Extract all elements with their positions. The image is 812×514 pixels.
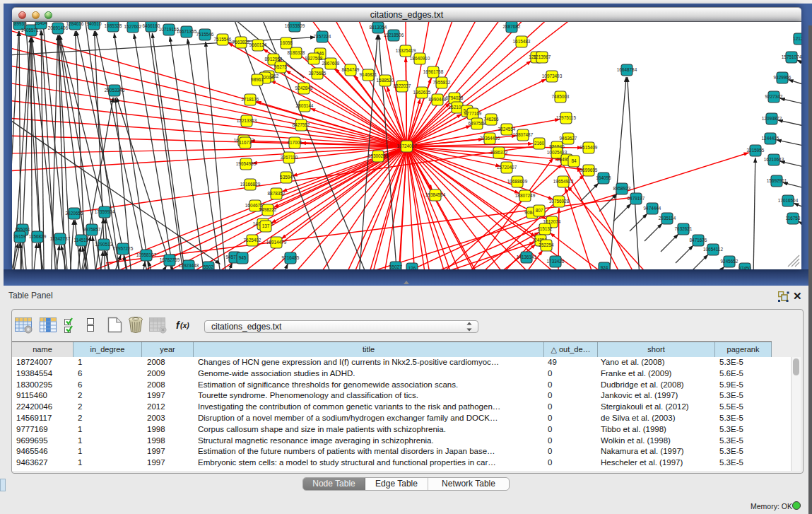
svg-text:17016504: 17016504	[778, 198, 799, 203]
svg-text:9716485: 9716485	[282, 255, 300, 260]
svg-text:15692901: 15692901	[767, 178, 787, 183]
svg-text:2020655: 2020655	[66, 211, 83, 216]
svg-text:84: 84	[571, 158, 577, 163]
svg-text:10973493: 10973493	[542, 74, 563, 78]
svg-text:1362615: 1362615	[413, 90, 431, 95]
svg-text:2867608: 2867608	[322, 61, 340, 66]
svg-text:8990448: 8990448	[429, 97, 447, 102]
svg-text:6497568: 6497568	[469, 121, 486, 126]
svg-text:9777169: 9777169	[464, 111, 482, 116]
svg-text:19166829: 19166829	[240, 182, 261, 187]
svg-text:16058: 16058	[280, 40, 293, 45]
svg-text:18640910: 18640910	[410, 56, 430, 61]
svg-text:6794028: 6794028	[446, 95, 464, 100]
svg-text:5502: 5502	[204, 264, 214, 269]
svg-text:9242848: 9242848	[295, 86, 313, 90]
svg-text:39159: 39159	[13, 234, 26, 239]
svg-text:1527602: 1527602	[124, 24, 142, 29]
svg-text:10958107: 10958107	[136, 252, 157, 257]
svg-text:10688609: 10688609	[507, 179, 528, 184]
svg-text:7625402: 7625402	[244, 238, 261, 243]
svg-text:16782759: 16782759	[160, 257, 180, 262]
svg-text:16033809: 16033809	[285, 23, 305, 28]
svg-text:16210643: 16210643	[764, 157, 784, 162]
svg-text:164095: 164095	[596, 175, 611, 180]
svg-text:19654985: 19654985	[236, 161, 257, 166]
svg-text:8993: 8993	[14, 22, 25, 26]
svg-text:9975857: 9975857	[83, 227, 101, 232]
svg-text:924: 924	[601, 265, 608, 269]
svg-text:252254: 252254	[539, 243, 554, 247]
svg-text:15720407: 15720407	[497, 165, 517, 170]
svg-text:7632621: 7632621	[675, 226, 693, 231]
svg-text:114519: 114519	[74, 238, 89, 243]
svg-text:12975115: 12975115	[556, 115, 576, 120]
svg-text:7357224: 7357224	[314, 34, 331, 39]
svg-text:2935114: 2935114	[659, 216, 676, 221]
svg-text:13325419: 13325419	[396, 48, 416, 53]
svg-text:5498222: 5498222	[259, 207, 277, 212]
svg-text:19654923: 19654923	[553, 179, 574, 184]
svg-text:6479197: 6479197	[628, 196, 645, 201]
svg-text:417006: 417006	[287, 140, 302, 145]
svg-text:9245652: 9245652	[721, 259, 739, 264]
svg-text:95275: 95275	[274, 64, 287, 69]
svg-text:12923448: 12923448	[179, 263, 199, 268]
svg-text:1213967: 1213967	[534, 54, 551, 59]
svg-text:12342737: 12342737	[50, 236, 71, 241]
svg-text:8912954: 8912954	[265, 57, 283, 62]
svg-text:9146821: 9146821	[360, 72, 377, 77]
svg-text:16671355: 16671355	[177, 29, 197, 34]
svg-text:3267110: 3267110	[281, 155, 298, 160]
svg-text:2887682: 2887682	[503, 24, 521, 29]
svg-text:2803144: 2803144	[296, 103, 314, 108]
svg-text:1284616: 1284616	[66, 22, 84, 26]
svg-text:10807487: 10807487	[513, 132, 534, 137]
svg-text:7663822: 7663822	[233, 40, 250, 45]
svg-text:19218506: 19218506	[384, 33, 404, 37]
svg-text:18300295: 18300295	[368, 153, 389, 158]
svg-text:15751074: 15751074	[782, 54, 801, 59]
svg-text:807: 807	[536, 208, 543, 213]
svg-text:1244415: 1244415	[762, 136, 779, 141]
svg-text:8813054: 8813054	[370, 25, 387, 30]
svg-text:3875685: 3875685	[309, 71, 326, 76]
svg-text:16961758: 16961758	[423, 69, 444, 74]
svg-text:9474444: 9474444	[644, 206, 661, 211]
svg-text:1733426: 1733426	[547, 259, 565, 264]
svg-text:9227342: 9227342	[765, 94, 783, 99]
svg-text:9699695: 9699695	[580, 168, 598, 173]
svg-text:55027: 55027	[389, 264, 402, 269]
svg-text:126: 126	[408, 266, 416, 269]
svg-text:14136141: 14136141	[517, 255, 537, 259]
svg-text:8322037: 8322037	[394, 83, 411, 88]
svg-text:8878352: 8878352	[268, 191, 286, 196]
svg-text:9327508: 9327508	[305, 56, 323, 61]
svg-text:8427552: 8427552	[293, 122, 310, 127]
svg-text:1588520: 1588520	[377, 78, 394, 83]
svg-text:1615483: 1615483	[513, 39, 531, 44]
svg-text:20364436: 20364436	[480, 136, 500, 141]
svg-text:3824554: 3824554	[498, 127, 516, 132]
svg-text:8958923: 8958923	[613, 186, 631, 191]
svg-text:1156829: 1156829	[29, 234, 47, 239]
svg-text:2160: 2160	[534, 141, 545, 146]
svg-text:10654112: 10654112	[703, 247, 723, 252]
svg-text:7485003: 7485003	[552, 94, 570, 99]
svg-text:11673: 11673	[239, 140, 252, 145]
svg-text:8454749: 8454749	[342, 67, 360, 72]
svg-text:12213363: 12213363	[237, 118, 257, 123]
svg-text:18724007: 18724007	[396, 144, 417, 148]
svg-text:1290513: 1290513	[95, 242, 113, 247]
svg-text:1085328: 1085328	[105, 23, 122, 28]
svg-text:137: 137	[262, 223, 270, 228]
svg-text:16914479: 16914479	[266, 240, 287, 245]
svg-text:10756928: 10756928	[549, 199, 570, 204]
svg-text:3215955: 3215955	[747, 148, 765, 153]
svg-text:7515546: 7515546	[214, 37, 232, 42]
svg-text:9515409: 9515409	[580, 145, 598, 150]
svg-text:9660124: 9660124	[249, 42, 267, 47]
svg-text:53594: 53594	[280, 175, 293, 180]
svg-text:115132: 115132	[538, 226, 553, 231]
svg-text:7515546: 7515546	[196, 32, 214, 37]
